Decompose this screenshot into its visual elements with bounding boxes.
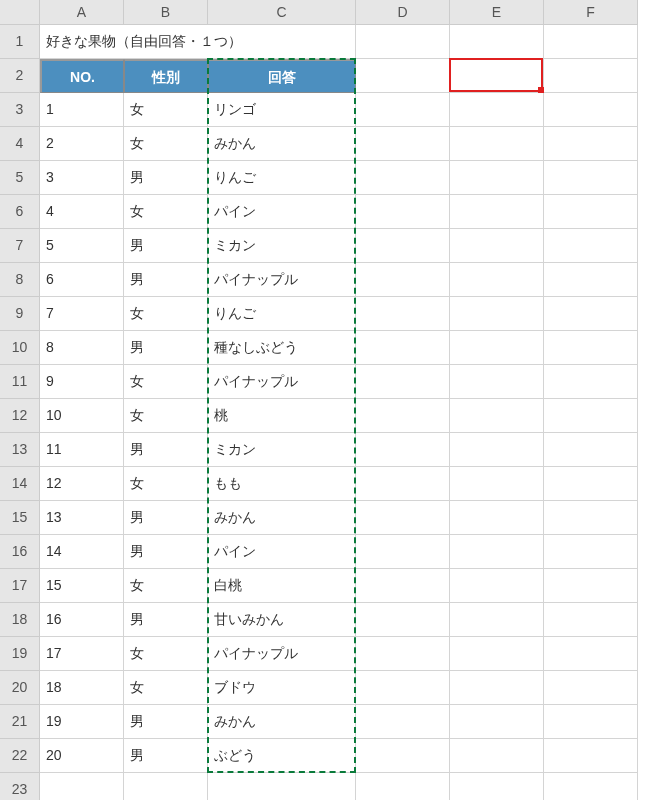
table-cell-gender[interactable]: 女: [124, 671, 208, 705]
cell-f4[interactable]: [544, 127, 638, 161]
table-cell-gender[interactable]: 女: [124, 365, 208, 399]
cell-d8[interactable]: [356, 263, 450, 297]
cell-e7[interactable]: [450, 229, 544, 263]
cell-e1[interactable]: [450, 25, 544, 59]
cell-e17[interactable]: [450, 569, 544, 603]
cell-b23[interactable]: [124, 773, 208, 800]
table-cell-no[interactable]: 3: [40, 161, 124, 195]
cell-e3[interactable]: [450, 93, 544, 127]
table-cell-gender[interactable]: 女: [124, 297, 208, 331]
cell-e15[interactable]: [450, 501, 544, 535]
row-header-15[interactable]: 15: [0, 501, 40, 535]
cell-e13[interactable]: [450, 433, 544, 467]
table-cell-no[interactable]: 10: [40, 399, 124, 433]
cell-d6[interactable]: [356, 195, 450, 229]
row-header-5[interactable]: 5: [0, 161, 40, 195]
cell-e23[interactable]: [450, 773, 544, 800]
row-header-12[interactable]: 12: [0, 399, 40, 433]
col-header-c[interactable]: C: [208, 0, 356, 25]
table-cell-no[interactable]: 16: [40, 603, 124, 637]
table-cell-gender[interactable]: 男: [124, 603, 208, 637]
cell-f18[interactable]: [544, 603, 638, 637]
cell-f23[interactable]: [544, 773, 638, 800]
cell-f7[interactable]: [544, 229, 638, 263]
table-cell-gender[interactable]: 女: [124, 93, 208, 127]
cell-a23[interactable]: [40, 773, 124, 800]
table-cell-answer[interactable]: ミカン: [208, 433, 356, 467]
table-th-gender[interactable]: 性別: [124, 59, 208, 93]
row-header-11[interactable]: 11: [0, 365, 40, 399]
cell-f17[interactable]: [544, 569, 638, 603]
table-cell-no[interactable]: 8: [40, 331, 124, 365]
row-header-17[interactable]: 17: [0, 569, 40, 603]
table-cell-no[interactable]: 4: [40, 195, 124, 229]
cell-f1[interactable]: [544, 25, 638, 59]
table-cell-gender[interactable]: 女: [124, 637, 208, 671]
table-cell-no[interactable]: 5: [40, 229, 124, 263]
cell-e19[interactable]: [450, 637, 544, 671]
table-cell-no[interactable]: 1: [40, 93, 124, 127]
cell-d12[interactable]: [356, 399, 450, 433]
cell-f19[interactable]: [544, 637, 638, 671]
cell-f10[interactable]: [544, 331, 638, 365]
table-cell-no[interactable]: 2: [40, 127, 124, 161]
row-header-19[interactable]: 19: [0, 637, 40, 671]
cell-f15[interactable]: [544, 501, 638, 535]
table-cell-answer[interactable]: りんご: [208, 161, 356, 195]
cell-f12[interactable]: [544, 399, 638, 433]
table-cell-gender[interactable]: 男: [124, 161, 208, 195]
cell-e5[interactable]: [450, 161, 544, 195]
table-cell-no[interactable]: 7: [40, 297, 124, 331]
row-header-1[interactable]: 1: [0, 25, 40, 59]
cell-d10[interactable]: [356, 331, 450, 365]
table-cell-no[interactable]: 15: [40, 569, 124, 603]
table-cell-gender[interactable]: 男: [124, 263, 208, 297]
row-header-4[interactable]: 4: [0, 127, 40, 161]
table-cell-no[interactable]: 11: [40, 433, 124, 467]
cell-d21[interactable]: [356, 705, 450, 739]
cell-e12[interactable]: [450, 399, 544, 433]
cell-f9[interactable]: [544, 297, 638, 331]
table-cell-gender[interactable]: 女: [124, 569, 208, 603]
table-cell-answer[interactable]: パイナップル: [208, 637, 356, 671]
cell-f13[interactable]: [544, 433, 638, 467]
table-cell-gender[interactable]: 女: [124, 467, 208, 501]
table-cell-gender[interactable]: 男: [124, 535, 208, 569]
cell-e20[interactable]: [450, 671, 544, 705]
table-cell-no[interactable]: 14: [40, 535, 124, 569]
table-cell-no[interactable]: 6: [40, 263, 124, 297]
cell-e18[interactable]: [450, 603, 544, 637]
table-cell-gender[interactable]: 男: [124, 229, 208, 263]
row-header-23[interactable]: 23: [0, 773, 40, 800]
cell-d11[interactable]: [356, 365, 450, 399]
table-cell-gender[interactable]: 男: [124, 501, 208, 535]
table-cell-no[interactable]: 18: [40, 671, 124, 705]
col-header-a[interactable]: A: [40, 0, 124, 25]
row-header-16[interactable]: 16: [0, 535, 40, 569]
cell-d4[interactable]: [356, 127, 450, 161]
table-cell-answer[interactable]: 甘いみかん: [208, 603, 356, 637]
table-cell-answer[interactable]: パイン: [208, 535, 356, 569]
table-cell-gender[interactable]: 男: [124, 705, 208, 739]
spreadsheet-grid[interactable]: A B C D E F 1 好きな果物（自由回答・１つ） 2 NO. 性別 回答…: [0, 0, 665, 800]
table-cell-gender[interactable]: 男: [124, 331, 208, 365]
cell-f14[interactable]: [544, 467, 638, 501]
cell-e2[interactable]: [450, 59, 544, 93]
cell-d14[interactable]: [356, 467, 450, 501]
title-cell[interactable]: 好きな果物（自由回答・１つ）: [40, 25, 356, 59]
table-cell-gender[interactable]: 男: [124, 433, 208, 467]
row-header-7[interactable]: 7: [0, 229, 40, 263]
row-header-8[interactable]: 8: [0, 263, 40, 297]
cell-f22[interactable]: [544, 739, 638, 773]
table-cell-no[interactable]: 19: [40, 705, 124, 739]
cell-f11[interactable]: [544, 365, 638, 399]
cell-e22[interactable]: [450, 739, 544, 773]
table-cell-no[interactable]: 20: [40, 739, 124, 773]
cell-d22[interactable]: [356, 739, 450, 773]
row-header-3[interactable]: 3: [0, 93, 40, 127]
select-all-corner[interactable]: [0, 0, 40, 25]
cell-e21[interactable]: [450, 705, 544, 739]
table-cell-answer[interactable]: 白桃: [208, 569, 356, 603]
col-header-d[interactable]: D: [356, 0, 450, 25]
col-header-e[interactable]: E: [450, 0, 544, 25]
